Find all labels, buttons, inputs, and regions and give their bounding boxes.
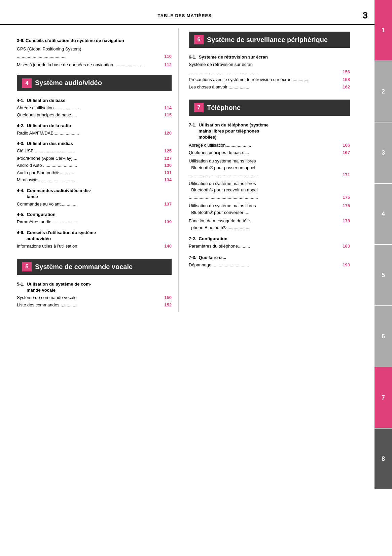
main-content: TABLE DES MATIÈRES 3 3-6. Conseils d'uti… [0,0,375,556]
tab-1[interactable]: 1 [375,0,392,61]
subsection-7-1-label: 7-1. Utilisation du téléphone (système m… [189,122,269,140]
toc-6-1-precautions: Précautions avec le système de rétrovisi… [189,76,350,83]
subsection-4-3-label: 4-3. Utilisation des médias [17,141,73,146]
section-6-header: 6 Système de surveillance périphérique [189,32,350,48]
toc-nav-update-page: 112 [164,62,172,68]
page-number: 3 [362,10,368,21]
section-4-title: Système audio/vidéo [35,79,102,87]
toc-nav-update-text: Mises à jour de la base de données de na… [17,62,163,68]
tab-8[interactable]: 8 [375,429,392,489]
section-4-num: 4 [22,78,32,88]
subsection-4-5-label: 4-5. Configuration [17,212,56,217]
tab-5[interactable]: 5 [375,245,392,305]
page-header: TABLE DES MATIÈRES 3 [0,10,375,25]
toc-6-1-retrovision-page: ........................................… [189,69,350,75]
section-4-header: 4 Système audio/vidéo [17,75,172,91]
tab-strip: 1 2 3 4 5 6 7 8 [375,0,392,556]
toc-7-1-recevoir: Utilisation du système mains libres Blue… [189,180,350,193]
section-6-title: Système de surveillance périphérique [207,36,328,44]
toc-7-1-recevoir-page: ........................................… [189,194,350,201]
tab-7[interactable]: 7 [375,367,392,428]
section-7-header: 7 Téléphone [189,100,350,116]
subsection-4-1-label: 4-1. Utilisation de base [17,98,66,103]
toc-6-1-retrovision: Système de rétrovision sur écran [189,61,350,68]
left-column: 3-6. Conseils d'utilisation du système d… [0,28,178,312]
page-container: 1 2 3 4 5 6 7 8 TABLE DES MATIÈRES 3 3-6… [0,0,392,556]
subsection-3-6-num: 3-6. [17,38,24,43]
toc-5-1-systeme: Système de commande vocale 150 [17,294,172,301]
subsection-4-4-label: 4-4. Commandes audio/vidéo à dis- tance [17,188,91,199]
subsection-4-6: 4-6. Conseils d'utilisation du système a… [17,229,172,242]
section-5-num: 5 [22,262,32,271]
subsection-4-6-label: 4-6. Conseils d'utilisation du système a… [17,230,96,241]
subsection-4-1: 4-1. Utilisation de base [17,97,172,103]
toc-gps-page-num: 110 [164,53,172,60]
subsection-3-6: 3-6. Conseils d'utilisation du système d… [17,38,172,68]
subsection-7-3: 7-3. Que faire si... [189,254,350,260]
toc-4-1-principes: Quelques principes de base .... 115 [17,112,172,118]
subsection-7-2: 7-2. Configuration [189,235,350,242]
subsection-4-4: 4-4. Commandes audio/vidéo à dis- tance [17,187,172,199]
toc-5-1-liste: Liste des commandes.............. 152 [17,302,172,308]
subsection-7-2-label: 7-2. Configuration [189,236,227,241]
toc-7-1-messagerie: Fonction de messagerie du télé- phone Bl… [189,218,350,231]
toc-7-2-params: Paramètres du téléphone.......... 183 [189,243,350,250]
toc-7-1-abrege: Abrégé d'utilisation....................… [189,142,350,149]
subsection-6-1: 6-1. Système de rétrovision sur écran [189,54,350,60]
toc-7-1-passer-page: ........................................… [189,172,350,178]
toc-4-3-ipod: iPod/iPhone (Apple CarPlay) ... 127 [17,155,172,162]
toc-4-2-radio: Radio AM/FM/DAB..................... 120 [17,130,172,137]
toc-7-3-depannage: Dépannage...............................… [189,262,350,268]
toc-7-1-passer: Utilisation du système mains libres Blue… [189,158,350,171]
toc-7-1-converser: Utilisation du système mains libres Blue… [189,202,350,216]
tab-3[interactable]: 3 [375,122,392,183]
toc-6-1-choses: Les choses à savoir ................. 16… [189,84,350,90]
content-columns: 3-6. Conseils d'utilisation du système d… [0,28,375,312]
subsection-3-6-title: Conseils d'utilisation du système de nav… [26,38,124,43]
toc-gps-text: GPS (Global Positioning System) [17,46,172,52]
subsection-4-3: 4-3. Utilisation des médias [17,140,172,146]
toc-4-4-volant: Commandes au volant.............. 137 [17,201,172,208]
subsection-3-6-heading: 3-6. Conseils d'utilisation du système d… [17,38,172,44]
toc-4-1-abrege: Abrégé d'utilisation....................… [17,105,172,111]
subsection-7-1: 7-1. Utilisation du téléphone (système m… [189,122,350,140]
toc-4-3-miracast: Miracast® ..............................… [17,177,172,183]
toc-4-3-bluetooth: Audio par Bluetooth® ............. 131 [17,170,172,176]
toc-4-5-params: Paramètres audio...................... 1… [17,219,172,225]
subsection-5-1: 5-1. Utilisation du système de com- mand… [17,281,172,293]
section-6-num: 6 [194,35,204,44]
toc-gps: GPS (Global Positioning System) [17,46,172,52]
toc-gps-page: ........................................… [17,53,172,60]
toc-gps-dots: ........................................… [17,53,163,60]
toc-4-6-info: Informations utiles à l'utilisation 140 [17,243,172,250]
subsection-7-3-label: 7-3. Que faire si... [189,255,226,260]
subsection-4-5: 4-5. Configuration [17,211,172,217]
right-column: 6 Système de surveillance périphérique 6… [178,28,357,312]
tab-6[interactable]: 6 [375,306,392,367]
toc-4-3-usb: Clé USB ................................… [17,148,172,154]
section-5-title: Système de commande vocale [35,263,133,271]
toc-7-1-principes: Quelques principes de base..... 167 [189,149,350,156]
tab-4[interactable]: 4 [375,184,392,244]
section-7-num: 7 [194,103,204,112]
subsection-4-2: 4-2. Utilisation de la radio [17,122,172,128]
subsection-6-1-label: 6-1. Système de rétrovision sur écran [189,54,268,60]
section-5-header: 5 Système de commande vocale [17,259,172,275]
subsection-4-2-label: 4-2. Utilisation de la radio [17,123,71,128]
section-7-title: Téléphone [207,104,241,112]
toc-4-3-android: Android Auto ...........................… [17,162,172,169]
tab-2[interactable]: 2 [375,61,392,122]
toc-nav-update: Mises à jour de la base de données de na… [17,62,172,68]
header-title: TABLE DES MATIÈRES [13,13,356,18]
subsection-5-1-label: 5-1. Utilisation du système de com- mand… [17,282,91,293]
